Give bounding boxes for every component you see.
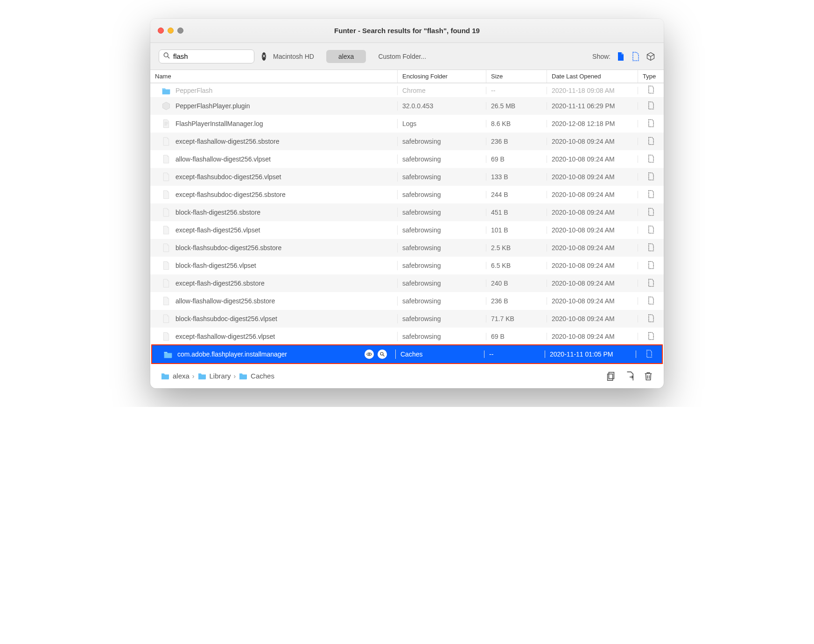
- type-icon: [638, 208, 664, 217]
- table-row[interactable]: PepperFlashChrome--2020-11-18 09:08 AM: [150, 83, 664, 97]
- type-icon: [638, 119, 664, 129]
- file-name: block-flash-digest256.sbstore: [175, 209, 260, 216]
- svg-point-5: [367, 353, 372, 356]
- type-icon: [638, 172, 664, 182]
- col-size[interactable]: Size: [486, 70, 547, 83]
- date-last-opened: 2020-10-08 09:24 AM: [547, 226, 638, 234]
- doc-icon: [161, 314, 171, 323]
- enclosing-folder: safebrowsing: [398, 226, 486, 234]
- date-last-opened: 2020-10-08 09:24 AM: [547, 315, 638, 322]
- file-name: block-flash-digest256.vlpset: [175, 262, 256, 269]
- doc-icon: [161, 172, 171, 182]
- table-row[interactable]: PepperFlashPlayer.plugin32.0.0.45326.5 M…: [150, 97, 664, 115]
- svg-point-0: [164, 53, 168, 57]
- location-macintosh-hd[interactable]: Macintosh HD: [261, 50, 326, 63]
- file-name: except-flashallow-digest256.sbstore: [175, 138, 280, 145]
- app-window: Funter - Search results for "flash", fou…: [150, 19, 664, 388]
- table-row[interactable]: FlashPlayerInstallManager.logLogs8.6 KB2…: [150, 115, 664, 133]
- close-window-button[interactable]: [158, 28, 164, 34]
- file-name: FlashPlayerInstallManager.log: [175, 120, 263, 127]
- file-size: 451 B: [486, 209, 547, 216]
- enclosing-folder: Caches: [396, 350, 484, 358]
- folder-icon: [161, 372, 170, 380]
- folder-icon: [197, 372, 207, 380]
- table-row[interactable]: except-flashsubdoc-digest256.sbstoresafe…: [150, 186, 664, 203]
- col-enclosing-folder[interactable]: Enclosing Folder: [398, 70, 486, 83]
- zoom-window-button[interactable]: [177, 28, 183, 34]
- show-packages-icon[interactable]: [646, 51, 655, 62]
- titlebar[interactable]: Funter - Search results for "flash", fou…: [150, 19, 664, 43]
- path-breadcrumbs: alexa›Library›Caches: [161, 372, 274, 380]
- file-size: 6.5 KB: [486, 262, 547, 269]
- file-name: block-flashsubdoc-digest256.sbstore: [175, 244, 281, 252]
- doc-icon: [161, 190, 171, 199]
- search-field[interactable]: ✕: [159, 49, 254, 63]
- doc-icon: [161, 225, 171, 235]
- svg-line-1: [168, 56, 169, 58]
- table-row[interactable]: block-flash-digest256.sbstoresafebrowsin…: [150, 203, 664, 221]
- search-input[interactable]: [170, 52, 262, 60]
- date-last-opened: 2020-10-08 09:24 AM: [547, 297, 638, 305]
- enclosing-folder: Logs: [398, 120, 486, 127]
- search-icon: [163, 52, 170, 61]
- breadcrumb-item[interactable]: Library: [210, 372, 231, 380]
- col-name[interactable]: Name: [150, 70, 398, 83]
- file-name: except-flashsubdoc-digest256.sbstore: [175, 191, 286, 198]
- table-row[interactable]: except-flashsubdoc-digest256.vlpsetsafeb…: [150, 168, 664, 186]
- date-last-opened: 2020-10-08 09:24 AM: [547, 262, 638, 269]
- doc-icon: [161, 154, 171, 164]
- results-list[interactable]: PepperFlashChrome--2020-11-18 09:08 AMPe…: [150, 83, 664, 364]
- table-row[interactable]: block-flashsubdoc-digest256.vlpsetsafebr…: [150, 310, 664, 328]
- date-last-opened: 2020-10-08 09:24 AM: [547, 191, 638, 198]
- date-last-opened: 2020-10-08 09:24 AM: [547, 280, 638, 287]
- show-hidden-files-icon[interactable]: [631, 51, 640, 62]
- table-row[interactable]: com.adobe.flashplayer.installmanagerCach…: [152, 345, 662, 363]
- date-last-opened: 2020-11-11 06:29 PM: [547, 102, 638, 110]
- trash-button[interactable]: [643, 371, 653, 382]
- doc-icon: [161, 261, 171, 270]
- file-name: except-flashallow-digest256.vlpset: [175, 333, 275, 340]
- copy-button[interactable]: [606, 371, 616, 382]
- col-date-last-opened[interactable]: Date Last Opened: [547, 70, 638, 83]
- enclosing-folder: safebrowsing: [398, 297, 486, 305]
- table-row[interactable]: block-flashsubdoc-digest256.sbstoresafeb…: [150, 239, 664, 257]
- breadcrumb-item[interactable]: alexa: [173, 372, 189, 380]
- reveal-in-finder-icon[interactable]: [378, 350, 387, 359]
- table-row[interactable]: except-flash-digest256.sbstoresafebrowsi…: [150, 274, 664, 292]
- location-custom-folder[interactable]: Custom Folder...: [366, 50, 438, 63]
- quicklook-icon[interactable]: [365, 350, 374, 359]
- location-alexa[interactable]: alexa: [326, 50, 366, 63]
- file-name: except-flash-digest256.vlpset: [175, 226, 260, 234]
- file-size: 133 B: [486, 173, 547, 181]
- location-segmented-control: Macintosh HD alexa Custom Folder...: [261, 50, 438, 63]
- folder-icon: [161, 86, 171, 95]
- show-visible-files-icon[interactable]: [616, 51, 625, 62]
- table-row[interactable]: block-flash-digest256.vlpsetsafebrowsing…: [150, 257, 664, 274]
- reveal-button[interactable]: [625, 371, 635, 382]
- type-icon: [638, 243, 664, 253]
- show-label: Show:: [592, 53, 610, 60]
- table-row[interactable]: except-flash-digest256.vlpsetsafebrowsin…: [150, 221, 664, 239]
- doc-icon: [161, 279, 171, 288]
- type-icon: [638, 154, 664, 164]
- col-type[interactable]: Type: [638, 70, 664, 83]
- file-name: except-flash-digest256.sbstore: [175, 280, 265, 287]
- enclosing-folder: safebrowsing: [398, 138, 486, 145]
- doc-icon: [161, 243, 171, 252]
- date-last-opened: 2020-10-08 09:24 AM: [547, 155, 638, 163]
- table-row[interactable]: allow-flashallow-digest256.sbstoresafebr…: [150, 292, 664, 310]
- enclosing-folder: safebrowsing: [398, 209, 486, 216]
- table-row[interactable]: except-flashallow-digest256.vlpsetsafebr…: [150, 328, 664, 345]
- breadcrumb-item[interactable]: Caches: [251, 372, 274, 380]
- file-size: 244 B: [486, 191, 547, 198]
- footer-actions: [606, 371, 653, 382]
- file-size: --: [484, 350, 545, 358]
- enclosing-folder: 32.0.0.453: [398, 102, 486, 110]
- minimize-window-button[interactable]: [168, 28, 174, 34]
- table-row[interactable]: allow-flashallow-digest256.vlpsetsafebro…: [150, 150, 664, 168]
- file-name: block-flashsubdoc-digest256.vlpset: [175, 315, 277, 322]
- log-icon: [161, 119, 171, 128]
- enclosing-folder: safebrowsing: [398, 333, 486, 340]
- date-last-opened: 2020-10-08 09:24 AM: [547, 173, 638, 181]
- table-row[interactable]: except-flashallow-digest256.sbstoresafeb…: [150, 133, 664, 150]
